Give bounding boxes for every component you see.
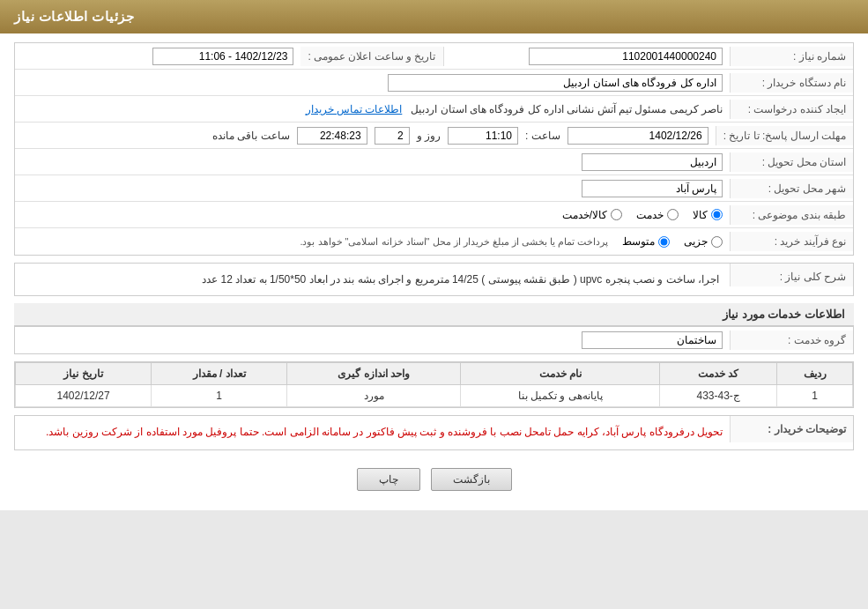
- services-table: ردیف کد خدمت نام خدمت واحد اندازه گیری ت…: [15, 362, 853, 407]
- cell-row-num: 1: [777, 385, 853, 407]
- service-group-row: گروه خدمت :: [15, 327, 853, 353]
- deadline-date-input[interactable]: [568, 127, 708, 145]
- city-row: شهر محل تحویل :: [15, 175, 853, 202]
- city-label: شهر محل تحویل :: [730, 179, 853, 198]
- col-service-code: کد خدمت: [660, 363, 777, 385]
- description-section: شرح کلی نیاز : اجرا، ساخت و نصب پنجره up…: [14, 263, 854, 296]
- deadline-values: ساعت : روز و ساعت باقی مانده: [15, 123, 716, 148]
- category-radio-both[interactable]: [611, 209, 622, 220]
- cell-service-code: ج-43-433: [660, 385, 777, 407]
- service-group-value: [15, 328, 730, 353]
- request-number-input[interactable]: [529, 48, 723, 65]
- province-label: استان محل تحویل :: [730, 152, 853, 172]
- buyer-name-label: نام دستگاه خریدار :: [730, 73, 853, 93]
- deadline-days-input[interactable]: [375, 127, 410, 145]
- province-value: [15, 150, 730, 175]
- col-date-needed: تاریخ نیاز: [16, 363, 152, 385]
- announce-date-value: [15, 44, 301, 69]
- description-row: شرح کلی نیاز : اجرا، ساخت و نصب پنجره up…: [15, 264, 853, 295]
- city-input[interactable]: [582, 180, 723, 197]
- service-group-input[interactable]: [582, 331, 723, 349]
- province-input[interactable]: [582, 153, 723, 171]
- category-row: طبقه بندی موضوعی : کالا خدمت کالا/خدمت: [15, 202, 853, 228]
- deadline-label: مهلت ارسال پاسخ: تا تاریخ :: [716, 126, 853, 145]
- button-row: بازگشت چاپ: [14, 457, 854, 501]
- description-text: اجرا، ساخت و نصب پنجره upvc ( طبق نقشه پ…: [15, 264, 730, 295]
- deadline-row: مهلت ارسال پاسخ: تا تاریخ : ساعت : روز و…: [15, 123, 853, 149]
- page-title: جزئیات اطلاعات نیاز: [14, 9, 134, 24]
- comments-label: توضیحات خریدار :: [730, 416, 853, 442]
- col-quantity: تعداد / مقدار: [152, 363, 287, 385]
- deadline-remaining-label: ساعت باقی مانده: [212, 130, 290, 142]
- province-row: استان محل تحویل :: [15, 149, 853, 175]
- cell-quantity: 1: [152, 385, 287, 407]
- request-number-row: شماره نیاز : تاریخ و ساعت اعلان عمومی :: [15, 43, 853, 70]
- col-row-num: ردیف: [777, 363, 853, 385]
- purchase-type-radio-minor[interactable]: [711, 236, 723, 248]
- back-button[interactable]: بازگشت: [431, 468, 512, 491]
- cell-date-needed: 1402/12/27: [16, 385, 152, 407]
- category-radio-service[interactable]: [667, 209, 679, 220]
- services-section-title: اطلاعات خدمات مورد نیاز: [14, 303, 854, 326]
- city-value: [15, 176, 730, 201]
- creator-link[interactable]: اطلاعات تماس خریدار: [306, 103, 403, 115]
- request-number-label: شماره نیاز :: [730, 47, 853, 66]
- buyer-name-input[interactable]: [388, 74, 723, 92]
- category-option-both[interactable]: کالا/خدمت: [562, 209, 622, 221]
- deadline-days-label: روز و: [417, 130, 441, 142]
- service-group-label: گروه خدمت :: [730, 330, 853, 350]
- purchase-type-medium[interactable]: متوسط: [622, 235, 670, 248]
- buyer-name-value: [15, 71, 730, 95]
- announce-date-input[interactable]: [152, 48, 293, 65]
- announce-date-label: تاریخ و ساعت اعلان عمومی :: [300, 47, 443, 66]
- purchase-type-minor[interactable]: جزیی: [684, 235, 723, 248]
- service-group-section: گروه خدمت :: [14, 326, 854, 354]
- cell-service-name: پایانه‌هی و تکمیل بنا: [461, 385, 660, 407]
- description-label: شرح کلی نیاز :: [730, 264, 853, 286]
- deadline-time-label: ساعت :: [525, 130, 560, 142]
- deadline-time-input[interactable]: [448, 127, 518, 145]
- category-label: طبقه بندی موضوعی :: [730, 205, 853, 225]
- page-header: جزئیات اطلاعات نیاز: [0, 0, 868, 33]
- category-option-goods[interactable]: کالا: [693, 209, 723, 221]
- category-radio-goods[interactable]: [711, 209, 723, 220]
- col-service-name: نام خدمت: [461, 363, 660, 385]
- col-unit: واحد اندازه گیری: [287, 363, 461, 385]
- deadline-remaining-input[interactable]: [297, 127, 367, 145]
- comments-section: توضیحات خریدار : تحویل درفرودگاه پارس آب…: [14, 415, 854, 450]
- table-row: 1 ج-43-433 پایانه‌هی و تکمیل بنا مورد 1 …: [16, 385, 853, 407]
- buyer-name-row: نام دستگاه خریدار :: [15, 70, 853, 96]
- purchase-type-label: نوع فرآیند خرید :: [730, 232, 853, 251]
- services-table-section: ردیف کد خدمت نام خدمت واحد اندازه گیری ت…: [14, 361, 854, 408]
- purchase-type-row: نوع فرآیند خرید : جزیی متوسط پرداخت تمام…: [15, 228, 853, 255]
- cell-unit: مورد: [287, 385, 461, 407]
- comments-text: تحویل درفرودگاه پارس آباد، کرایه حمل تام…: [15, 416, 730, 449]
- creator-name: ناصر کریمی مسئول تیم آتش نشانی اداره کل …: [411, 103, 723, 115]
- creator-value-container: ناصر کریمی مسئول تیم آتش نشانی اداره کل …: [15, 100, 730, 119]
- table-header-row: ردیف کد خدمت نام خدمت واحد اندازه گیری ت…: [16, 363, 853, 385]
- category-option-service[interactable]: خدمت: [636, 209, 679, 221]
- category-options: کالا خدمت کالا/خدمت: [15, 205, 730, 225]
- purchase-type-note: پرداخت تمام یا بخشی از مبلغ خریدار از مح…: [300, 236, 608, 248]
- main-form: شماره نیاز : تاریخ و ساعت اعلان عمومی : …: [14, 42, 854, 256]
- comments-row: توضیحات خریدار : تحویل درفرودگاه پارس آب…: [15, 416, 853, 449]
- request-number-value: [444, 44, 731, 69]
- creator-label: ایجاد کننده درخواست :: [730, 100, 853, 119]
- creator-row: ایجاد کننده درخواست : ناصر کریمی مسئول ت…: [15, 96, 853, 123]
- print-button[interactable]: چاپ: [357, 468, 420, 491]
- purchase-type-options: جزیی متوسط پرداخت تمام یا بخشی از مبلغ خ…: [15, 232, 730, 251]
- purchase-type-radio-medium[interactable]: [658, 236, 670, 248]
